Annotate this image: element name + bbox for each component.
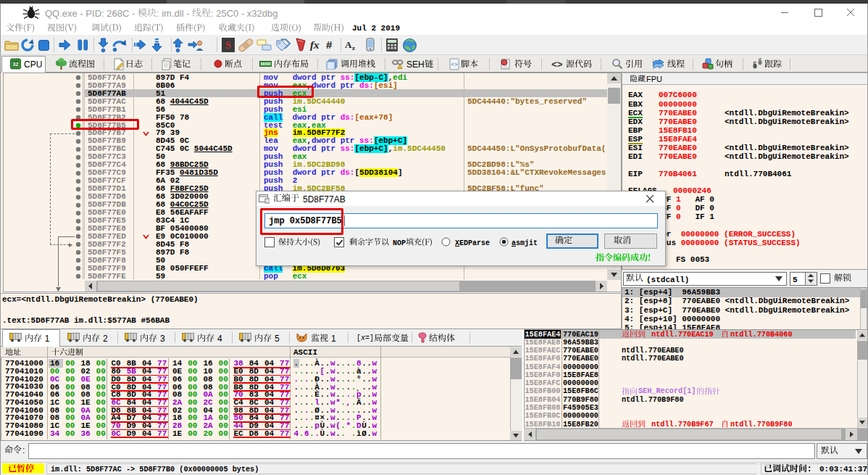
svg-text:#: # bbox=[326, 38, 333, 51]
svg-text:fx: fx bbox=[310, 39, 320, 51]
svg-text:32: 32 bbox=[13, 62, 19, 67]
svg-text:<>: <> bbox=[551, 59, 563, 69]
svg-text:z: z bbox=[352, 44, 355, 51]
svg-text:S: S bbox=[225, 40, 231, 51]
svg-text:A: A bbox=[345, 39, 352, 50]
svg-text:<>: <> bbox=[451, 61, 458, 67]
